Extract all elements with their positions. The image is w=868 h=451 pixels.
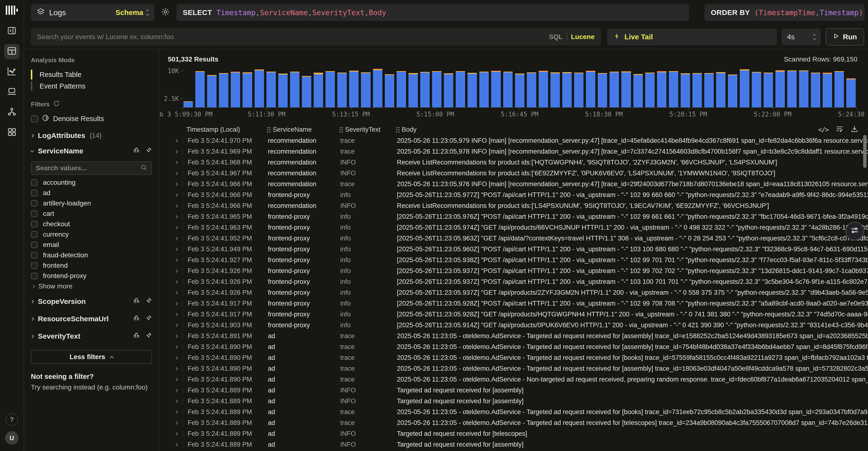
histogram-bar[interactable] [267,72,276,107]
histogram-bar[interactable] [846,79,856,107]
histogram-bar[interactable] [408,73,418,107]
source-selector[interactable]: Logs Schema [31,4,154,21]
row-expand-chevron[interactable] [175,410,178,414]
histogram-bar[interactable] [397,71,406,107]
wrap-text-icon[interactable] [836,125,843,134]
histogram-bar[interactable] [823,72,832,107]
row-expand-chevron[interactable] [175,269,178,273]
row-expand-chevron[interactable] [175,247,178,251]
pin-icon[interactable] [145,147,152,155]
table-row[interactable]: Feb 3 5:24:41.967 PM recommendation INFO… [168,168,868,179]
pin-icon[interactable] [145,332,152,340]
filter-group[interactable]: ScopeVersion [31,294,152,309]
histogram-bar[interactable] [527,72,536,107]
histogram-bar[interactable] [349,71,359,107]
search-input[interactable] [37,33,549,41]
live-tail-button[interactable]: Live Tail [607,28,777,46]
source-settings-button[interactable] [160,7,171,18]
nav-service-map[interactable] [4,105,20,120]
row-expand-chevron[interactable] [175,302,178,305]
vertical-scrollbar-thumb[interactable] [863,135,867,168]
histogram-bar[interactable] [479,72,489,107]
histogram-bar[interactable] [799,70,808,107]
histogram-plot[interactable]: 10K 2.5K [182,68,857,108]
histogram-bar[interactable] [515,73,524,107]
histogram-bar[interactable] [278,73,288,107]
histogram-bar[interactable] [243,72,252,107]
table-row[interactable]: Feb 3 5:24:41.890 PM ad trace 2025-05-26… [168,341,868,352]
histogram-bar[interactable] [503,72,513,107]
histogram-bar[interactable] [562,72,572,107]
denoise-results-toggle[interactable]: Denoise Results [31,114,152,123]
events-histogram[interactable]: 10K 2.5K Feb 3 5:09:30 PM5:11:30 PM5:13:… [182,68,857,119]
histogram-bar[interactable] [219,73,228,107]
show-more-button[interactable]: Show more [31,281,152,292]
row-expand-chevron[interactable] [175,432,178,435]
row-expand-chevron[interactable] [175,161,178,164]
less-filters-button[interactable]: Less filters [31,350,152,364]
row-expand-chevron[interactable] [175,258,178,262]
drag-handle-icon[interactable] [267,127,268,128]
histogram-bar[interactable] [716,72,725,107]
checkbox[interactable] [31,262,38,269]
help-button[interactable]: ? [5,413,18,426]
row-expand-chevron[interactable] [175,356,178,359]
histogram-bar[interactable] [740,69,749,107]
row-expand-chevron[interactable] [175,312,178,316]
histogram-bar[interactable] [657,71,666,107]
histogram-bar[interactable] [184,101,193,107]
drag-handle-icon[interactable] [396,127,397,128]
histogram-bar[interactable] [633,74,643,107]
table-row[interactable]: Feb 3 5:24:41.966 PM recommendation INFO… [168,201,868,211]
table-row[interactable]: Feb 3 5:24:41.890 PM ad trace 2025-05-26… [168,352,868,363]
histogram-bar[interactable] [444,73,453,107]
table-options-fab[interactable] [845,222,864,240]
service-filter-option[interactable]: accounting [31,177,152,188]
histogram-bar[interactable] [787,70,797,107]
histogram-bar[interactable] [326,71,335,107]
nav-sessions[interactable] [4,84,20,100]
service-filter-option[interactable]: currency [31,229,152,239]
row-expand-chevron[interactable] [175,399,178,403]
histogram-bar[interactable] [764,72,773,107]
histogram-bar[interactable] [574,72,584,107]
histogram-bar[interactable] [255,69,264,107]
histogram-bar[interactable] [728,74,737,107]
column-header-servicename[interactable]: ServiceName [267,126,340,133]
row-expand-chevron[interactable] [175,226,178,229]
filter-group[interactable]: SeverityText [31,329,152,344]
pin-icon[interactable] [145,315,152,323]
schema-mode-label[interactable]: Schema [116,8,143,17]
checkbox[interactable] [31,189,38,196]
service-filter-option[interactable]: frontend-proxy [31,271,152,281]
table-row[interactable]: Feb 3 5:24:41.890 PM ad trace 2025-05-26… [168,363,868,374]
clickhouse-logo[interactable] [6,5,18,15]
histogram-bar[interactable] [420,72,430,107]
row-expand-chevron[interactable] [175,334,178,338]
histogram-bar[interactable] [645,72,655,107]
drag-handle-icon[interactable] [340,127,341,128]
histogram-bar[interactable] [314,72,323,107]
table-row[interactable]: Feb 3 5:24:41.970 PM recommendation trac… [168,135,868,146]
bar-chart-icon[interactable] [133,332,140,340]
code-icon[interactable]: </> [818,126,829,133]
table-row[interactable]: Feb 3 5:24:41.926 PM frontend-proxy info… [168,287,868,298]
value-search-box[interactable] [31,161,152,175]
histogram-bar[interactable] [598,73,607,107]
pin-icon[interactable] [145,297,152,306]
value-search-input[interactable] [36,164,140,172]
mode-event-patterns[interactable]: Event Patterns [31,80,152,92]
service-filter-option[interactable]: email [31,239,152,250]
denoise-checkbox[interactable] [31,115,38,122]
row-expand-chevron[interactable] [175,378,178,381]
bar-chart-icon[interactable] [133,147,140,155]
table-row[interactable]: Feb 3 5:24:41.926 PM frontend-proxy info… [168,276,868,287]
run-button[interactable]: Run [826,28,864,46]
histogram-bar[interactable] [456,71,465,107]
table-row[interactable]: Feb 3 5:24:41.965 PM frontend-proxy info… [168,211,868,222]
table-row[interactable]: Feb 3 5:24:41.889 PM ad trace 2025-05-26… [168,407,868,418]
histogram-bar[interactable] [432,71,441,107]
histogram-bar[interactable] [811,72,820,107]
checkbox[interactable] [31,241,38,248]
table-row[interactable]: Feb 3 5:24:41.969 PM recommendation trac… [168,146,868,157]
